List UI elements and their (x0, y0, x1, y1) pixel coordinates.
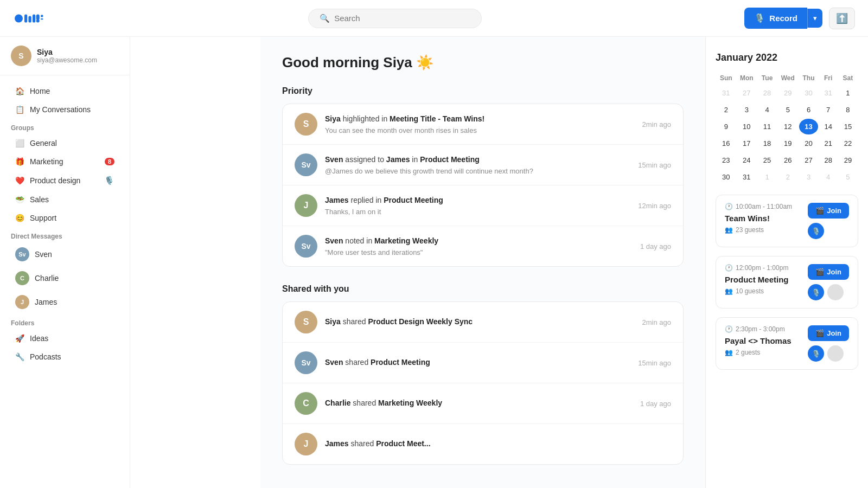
cal-cell-31[interactable]: 31 (736, 169, 757, 185)
priority-item-1[interactable]: S Siya highlighted in Meeting Title - Te… (283, 104, 683, 145)
cal-cell-8[interactable]: 8 (839, 102, 857, 118)
cal-cell-31[interactable]: 31 (819, 85, 838, 101)
cal-cell-2[interactable]: 2 (777, 169, 798, 185)
cal-cell-15[interactable]: 15 (839, 119, 857, 134)
activity-text-4: Sven noted in Marketing Weekly (325, 236, 633, 247)
sidebar: S Siya siya@awesome.com 🏠 Home 📋 My Conv… (0, 0, 130, 488)
video-icon-3: 🎬 (815, 329, 824, 337)
cal-day-tue: Tue (758, 72, 776, 84)
cal-cell-4[interactable]: 4 (758, 102, 776, 118)
cal-week-4: 23242526272829 (717, 152, 857, 168)
sidebar-item-my-conversations[interactable]: 📋 My Conversations (4, 100, 125, 119)
meeting-actions-3: 🎬 Join 🎙️ (808, 325, 849, 362)
cal-cell-27[interactable]: 27 (799, 152, 818, 168)
podcasts-icon: 🔧 (15, 352, 24, 361)
cal-cell-29[interactable]: 29 (777, 85, 798, 101)
search-input[interactable] (334, 14, 470, 23)
cal-cell-9[interactable]: 9 (717, 119, 735, 134)
cal-week-0: 3127282930311 (717, 85, 857, 101)
shared-content-2: Sven shared Product Meeting (325, 357, 630, 368)
shared-item-3[interactable]: C Charlie shared Marketing Weekly 1 day … (283, 383, 683, 424)
cal-cell-28[interactable]: 28 (819, 152, 838, 168)
sidebar-item-ideas[interactable]: 🚀 Ideas (4, 329, 125, 348)
shared-item-2[interactable]: Sv Sven shared Product Meeting 15min ago (283, 343, 683, 383)
cal-cell-5[interactable]: 5 (777, 102, 798, 118)
cal-cell-7[interactable]: 7 (819, 102, 838, 118)
mic-avatar-3: 🎙️ (808, 345, 824, 362)
cal-cell-16[interactable]: 16 (717, 136, 735, 151)
record-button[interactable]: 🎙️ Record (744, 8, 807, 29)
meeting-header-3: 🕐 2:30pm - 3:00pm Payal <> Thomas 👥 2 gu… (725, 325, 849, 362)
general-icon: ⬜ (15, 139, 24, 147)
profile-name: Siya (37, 48, 97, 56)
join-button-3[interactable]: 🎬 Join (808, 325, 849, 341)
sidebar-item-home[interactable]: 🏠 Home (4, 82, 125, 100)
cal-cell-4[interactable]: 4 (819, 169, 838, 185)
sales-icon: 🥗 (15, 195, 24, 204)
cal-cell-11[interactable]: 11 (758, 119, 776, 134)
cal-cell-29[interactable]: 29 (839, 152, 857, 168)
cal-cell-14[interactable]: 14 (819, 119, 838, 134)
cal-cell-30[interactable]: 30 (717, 169, 735, 185)
record-dropdown-button[interactable]: ▾ (807, 9, 822, 28)
cal-cell-22[interactable]: 22 (839, 136, 857, 151)
cal-cell-26[interactable]: 26 (777, 152, 798, 168)
cal-cell-19[interactable]: 19 (777, 136, 798, 151)
cal-cell-13[interactable]: 13 (799, 119, 818, 134)
sidebar-item-product-design[interactable]: ❤️ Product design 🎙️ (4, 171, 125, 190)
cal-cell-1[interactable]: 1 (839, 85, 857, 101)
priority-item-3[interactable]: J James replied in Product Meeting Thank… (283, 185, 683, 226)
mic-avatar-1: 🎙️ (808, 223, 824, 239)
cal-cell-20[interactable]: 20 (799, 136, 818, 151)
avatar-james: J (295, 194, 317, 217)
meeting-guests-1: 👥 23 guests (725, 226, 792, 234)
svg-rect-2 (29, 16, 31, 22)
shared-item-4[interactable]: J James shared Product Meet... (283, 424, 683, 464)
cal-cell-2[interactable]: 2 (717, 102, 735, 118)
calendar-header-row: Sun Mon Tue Wed Thu Fri Sat (717, 72, 857, 84)
meeting-info-2: 🕐 12:00pm - 1:00pm Product Meeting 👥 10 … (725, 264, 789, 295)
dm-label: Direct Messages (0, 227, 130, 242)
cal-cell-30[interactable]: 30 (799, 85, 818, 101)
cal-cell-17[interactable]: 17 (736, 136, 757, 151)
join-button-1[interactable]: 🎬 Join (808, 203, 849, 219)
sidebar-item-james[interactable]: J James (4, 290, 125, 314)
shared-item-1[interactable]: S Siya shared Product Design Weekly Sync… (283, 302, 683, 343)
priority-item-4[interactable]: Sv Sven noted in Marketing Weekly "More … (283, 226, 683, 266)
cal-cell-5[interactable]: 5 (839, 169, 857, 185)
cal-cell-3[interactable]: 3 (736, 102, 757, 118)
upload-button[interactable]: ⬆️ (829, 8, 855, 29)
cal-cell-31[interactable]: 31 (717, 85, 735, 101)
cal-cell-27[interactable]: 27 (736, 85, 757, 101)
svg-rect-1 (24, 14, 27, 22)
cal-cell-12[interactable]: 12 (777, 119, 798, 134)
clock-icon-1: 🕐 (725, 203, 733, 210)
cal-cell-6[interactable]: 6 (799, 102, 818, 118)
cal-cell-18[interactable]: 18 (758, 136, 776, 151)
sidebar-item-marketing[interactable]: 🎁 Marketing 8 (4, 152, 125, 171)
sidebar-item-podcasts[interactable]: 🔧 Podcasts (4, 348, 125, 366)
shared-time-1: 2min ago (642, 318, 671, 326)
activity-sub-1: You can see the month over month rises i… (325, 126, 635, 134)
cal-cell-10[interactable]: 10 (736, 119, 757, 134)
join-button-2[interactable]: 🎬 Join (808, 264, 849, 280)
cal-cell-21[interactable]: 21 (819, 136, 838, 151)
sidebar-item-sven[interactable]: Sv Sven (4, 242, 125, 266)
cal-cell-3[interactable]: 3 (799, 169, 818, 185)
search-bar[interactable]: 🔍 (308, 9, 482, 28)
sidebar-item-charlie[interactable]: C Charlie (4, 266, 125, 290)
cal-cell-24[interactable]: 24 (736, 152, 757, 168)
cal-cell-1[interactable]: 1 (758, 169, 776, 185)
meeting-card-1: 🕐 10:00am - 11:00am Team Wins! 👥 23 gues… (716, 195, 858, 247)
cal-cell-28[interactable]: 28 (758, 85, 776, 101)
sidebar-item-sales[interactable]: 🥗 Sales (4, 190, 125, 209)
cal-cell-23[interactable]: 23 (717, 152, 735, 168)
sidebar-nav: 🏠 Home 📋 My Conversations Groups ⬜ Gener… (0, 75, 130, 373)
mic-icon-3: 🎙️ (812, 350, 820, 358)
priority-item-2[interactable]: Sv Sven assigned to James in Product Mee… (283, 145, 683, 185)
shared-content-3: Charlie shared Marketing Weekly (325, 398, 633, 409)
cal-cell-25[interactable]: 25 (758, 152, 776, 168)
meeting-title-3: Payal <> Thomas (725, 336, 792, 345)
sidebar-item-general[interactable]: ⬜ General (4, 134, 125, 152)
sidebar-item-support[interactable]: 😊 Support (4, 209, 125, 227)
